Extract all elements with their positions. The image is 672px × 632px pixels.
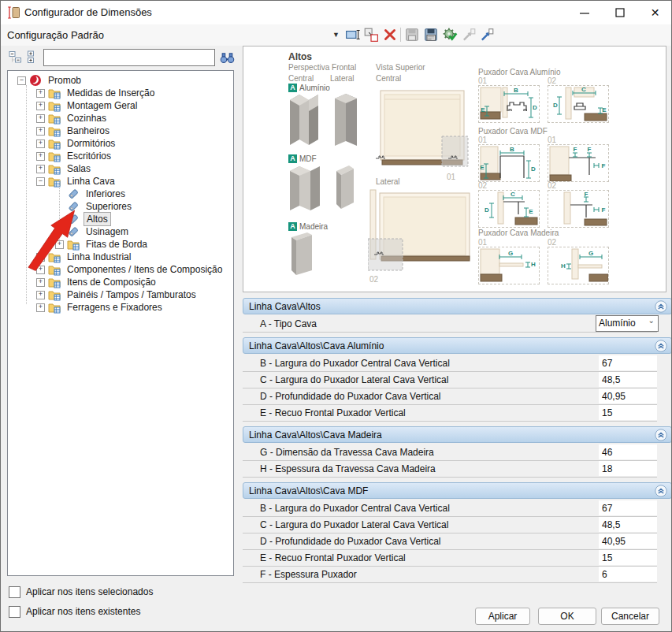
- maximize-button[interactable]: [602, 1, 637, 24]
- tree-item-label[interactable]: Salas: [65, 162, 93, 175]
- tree-guide-line: [26, 85, 27, 304]
- rename-configuration-icon[interactable]: [345, 27, 361, 43]
- tree-item-label[interactable]: Altos: [84, 212, 111, 226]
- expand-icon[interactable]: +: [36, 303, 45, 312]
- value-field[interactable]: 40,95: [599, 533, 657, 548]
- folder-icon: [48, 125, 61, 137]
- tree-item-label[interactable]: Dormitórios: [65, 137, 117, 150]
- tree-item-label[interactable]: Ferragens e Fixadores: [65, 301, 165, 314]
- tree-item[interactable]: +Escritórios: [8, 150, 233, 162]
- expand-icon[interactable]: +: [36, 114, 45, 123]
- close-button[interactable]: ✕: [637, 1, 672, 24]
- tree-item-label[interactable]: Painéis / Tampos / Tamburatos: [65, 288, 199, 301]
- value-dropdown[interactable]: Alumínio⌄: [596, 315, 659, 332]
- tree-item-label[interactable]: Promob: [46, 74, 84, 87]
- svg-text:B: B: [514, 87, 518, 94]
- section-header[interactable]: Linha Cava\Altos\Cava Madeira: [243, 426, 672, 443]
- tree-item-label[interactable]: Linha Cava: [65, 175, 117, 188]
- tree-item[interactable]: −Promob: [8, 74, 233, 87]
- detail-cell: 01BED: [478, 136, 538, 182]
- section-header[interactable]: Linha Cava\Altos: [243, 298, 672, 314]
- value-field[interactable]: 40,95: [599, 388, 657, 403]
- tree-item[interactable]: Inferiores: [8, 188, 233, 200]
- tree-item-label[interactable]: Medidas de Inserção: [65, 87, 157, 99]
- material-mdf: A MDF: [288, 154, 317, 163]
- expand-icon[interactable]: +: [36, 102, 45, 110]
- tree-item-label[interactable]: Inferiores: [84, 188, 128, 200]
- tree-item[interactable]: +Painéis / Tampos / Tamburatos: [8, 288, 233, 301]
- value-field[interactable]: 15: [599, 550, 657, 565]
- value-field[interactable]: 46: [599, 444, 657, 459]
- ok-button[interactable]: OK: [538, 608, 596, 625]
- delete-configuration-icon[interactable]: [382, 27, 398, 43]
- tree-search-input[interactable]: [43, 49, 215, 66]
- tree-item[interactable]: +Cozinhas: [8, 112, 233, 125]
- apply-button[interactable]: Aplicar: [475, 608, 530, 625]
- tree-item[interactable]: +Ferragens e Fixadores: [8, 301, 233, 314]
- minimize-button[interactable]: [566, 1, 602, 24]
- apply-existing-checkbox[interactable]: [9, 606, 20, 618]
- tree-item-label[interactable]: Linha Industrial: [65, 251, 133, 263]
- expand-icon[interactable]: +: [36, 127, 45, 136]
- value-field[interactable]: 6: [599, 567, 657, 582]
- tree-item[interactable]: +Dormitórios: [8, 137, 233, 150]
- value-field[interactable]: 48,5: [599, 372, 657, 387]
- collapse-section-icon[interactable]: [655, 485, 667, 497]
- svg-text:H: H: [531, 261, 536, 268]
- value-field[interactable]: 48,5: [599, 517, 657, 532]
- configuration-combobox[interactable]: Configuração Padrão ▼: [7, 27, 343, 43]
- detail-diagram: FF: [548, 190, 609, 228]
- svg-text:G: G: [508, 250, 513, 257]
- expand-icon[interactable]: +: [36, 291, 45, 299]
- tree-item-label[interactable]: Escritórios: [65, 150, 113, 162]
- tree-item[interactable]: +Banheiros: [8, 125, 233, 137]
- cancel-button[interactable]: Cancelar: [601, 608, 659, 625]
- apply-selected-checkbox[interactable]: [9, 586, 20, 598]
- svg-text:F: F: [602, 162, 606, 169]
- tree-item-label[interactable]: Montagem Geral: [65, 99, 139, 112]
- section-header[interactable]: Linha Cava\Altos\Cava MDF: [243, 482, 672, 499]
- tree-item[interactable]: Altos: [8, 213, 233, 225]
- save-as-configuration-icon[interactable]: [423, 27, 439, 43]
- apply-configuration-icon[interactable]: [442, 27, 458, 43]
- tree-item-label[interactable]: Usinagem: [84, 225, 131, 238]
- tree-item[interactable]: +Salas: [8, 162, 233, 175]
- tree-item-label[interactable]: Banheiros: [65, 125, 112, 137]
- export-configuration-icon[interactable]: [479, 27, 495, 43]
- tree-item-label[interactable]: Componentes / Itens de Composição: [65, 263, 225, 276]
- folder-icon: [67, 238, 80, 251]
- value-field[interactable]: 15: [599, 405, 657, 420]
- search-binoculars-icon[interactable]: [220, 50, 235, 65]
- tree-item-label[interactable]: Itens de Composição: [65, 276, 158, 288]
- material-badge: A: [288, 84, 297, 92]
- tree-item[interactable]: +Montagem Geral: [8, 99, 233, 112]
- expand-icon[interactable]: +: [36, 89, 45, 98]
- svg-text:D: D: [553, 102, 558, 109]
- tree-item-label[interactable]: Superiores: [84, 200, 134, 213]
- section-header[interactable]: Linha Cava\Altos\Cava Alumínio: [243, 337, 672, 354]
- collapse-all-icon[interactable]: [9, 50, 22, 64]
- expand-icon[interactable]: +: [36, 165, 45, 173]
- expand-icon[interactable]: +: [36, 139, 45, 148]
- collapse-section-icon[interactable]: [655, 340, 667, 352]
- value-field[interactable]: 67: [599, 355, 657, 370]
- tree-item[interactable]: +Itens de Composição: [8, 276, 233, 288]
- property-label: D - Profundidade do Puxador Cava Vertica…: [260, 391, 440, 402]
- tree-item[interactable]: −Linha Cava: [8, 175, 233, 188]
- tree-item[interactable]: +Medidas de Inserção: [8, 87, 233, 99]
- expand-icon[interactable]: +: [36, 278, 45, 287]
- dropdown-value: Alumínio: [599, 318, 636, 329]
- expand-all-icon[interactable]: [24, 50, 38, 64]
- collapse-icon[interactable]: −: [17, 76, 26, 85]
- expand-icon[interactable]: +: [36, 152, 45, 161]
- value-field[interactable]: 67: [599, 500, 657, 515]
- tree-item[interactable]: Superiores: [8, 200, 233, 213]
- collapse-icon[interactable]: −: [36, 177, 45, 186]
- tree-item-label[interactable]: Fitas de Borda: [84, 238, 150, 251]
- collapse-section-icon[interactable]: [655, 300, 667, 313]
- tree-item-label[interactable]: Cozinhas: [65, 112, 109, 125]
- duplicate-configuration-icon[interactable]: [363, 27, 379, 43]
- svg-text:E: E: [602, 106, 607, 113]
- collapse-section-icon[interactable]: [655, 429, 667, 441]
- value-field[interactable]: 18: [599, 461, 657, 476]
